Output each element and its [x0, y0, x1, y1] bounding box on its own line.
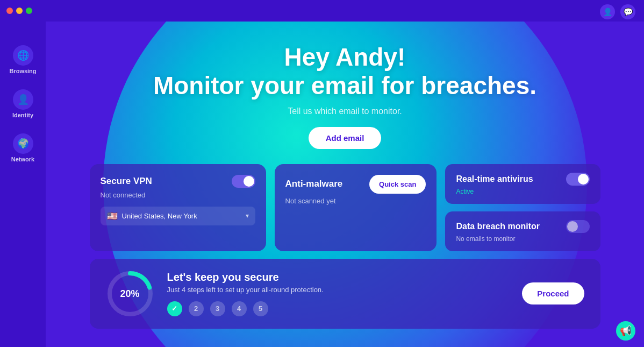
vpn-card-header: Secure VPN — [101, 175, 255, 188]
identity-icon: 👤 — [13, 89, 33, 110]
sidebar-label-browsing: Browsing — [9, 68, 36, 74]
antimalware-card-header: Anti-malware Quick scan — [285, 175, 426, 194]
breach-monitor-card: Data breach monitor No emails to monitor — [445, 211, 600, 251]
chevron-down-icon: ▾ — [246, 212, 249, 219]
antivirus-status: Active — [456, 188, 589, 195]
breach-monitor-card-header: Data breach monitor — [456, 220, 589, 233]
hero-title: Hey Andy! Monitor your email for breache… — [153, 43, 536, 100]
cards-row: Secure VPN Not connected 🇺🇸 United State… — [90, 164, 600, 251]
step-5: 5 — [253, 301, 268, 316]
vpn-toggle-knob — [244, 176, 254, 187]
browsing-icon: 🌐 — [13, 45, 33, 66]
close-button[interactable] — [6, 8, 13, 14]
antivirus-card-header: Real-time antivirus — [456, 173, 589, 186]
sidebar-label-identity: Identity — [12, 112, 33, 118]
antimalware-title: Anti-malware — [285, 179, 343, 189]
vpn-status: Not connected — [101, 191, 255, 199]
hero-subtitle: Tell us which email to monitor. — [288, 107, 402, 116]
security-card: 20% Let's keep you secure Just 4 steps l… — [90, 259, 600, 329]
add-email-button[interactable]: Add email — [309, 127, 382, 149]
breach-monitor-title: Data breach monitor — [456, 222, 540, 231]
antivirus-title: Real-time antivirus — [456, 174, 533, 184]
vpn-location-selector[interactable]: 🇺🇸 United States, New York ▾ — [101, 207, 255, 225]
vpn-title: Secure VPN — [101, 176, 152, 187]
quick-scan-button[interactable]: Quick scan — [369, 175, 426, 194]
security-info: Let's keep you secure Just 4 steps left … — [167, 271, 510, 316]
antivirus-card: Real-time antivirus Active — [445, 164, 600, 204]
antimalware-status: Not scanned yet — [285, 197, 426, 205]
step-1: ✓ — [167, 301, 182, 316]
support-icon[interactable]: 📢 — [616, 321, 635, 341]
progress-circle: 20% — [106, 270, 154, 318]
step-3: 3 — [210, 301, 225, 316]
breach-monitor-toggle[interactable] — [566, 220, 590, 233]
right-cards: Real-time antivirus Active Data breach m… — [445, 164, 600, 251]
sidebar: 🌐 Browsing 👤 Identity 🌍 Network — [0, 22, 46, 347]
security-description: Just 4 steps left to set up your all-rou… — [167, 286, 510, 294]
antivirus-toggle[interactable] — [566, 173, 590, 186]
title-bar — [0, 0, 644, 22]
vpn-card: Secure VPN Not connected 🇺🇸 United State… — [90, 164, 266, 251]
antimalware-card: Anti-malware Quick scan Not scanned yet — [275, 164, 437, 251]
network-icon: 🌍 — [13, 133, 33, 154]
maximize-button[interactable] — [26, 8, 32, 14]
step-4: 4 — [232, 301, 247, 316]
setup-steps: ✓ 2 3 4 5 — [167, 301, 510, 316]
proceed-button[interactable]: Proceed — [522, 282, 584, 304]
breach-monitor-status: No emails to monitor — [456, 235, 589, 243]
sidebar-label-network: Network — [11, 156, 34, 162]
flag-icon: 🇺🇸 — [107, 211, 118, 221]
minimize-button[interactable] — [16, 8, 23, 14]
top-right-icons: 👤 💬 — [600, 4, 635, 19]
step-2: 2 — [189, 301, 204, 316]
traffic-lights — [6, 8, 32, 14]
location-text: United States, New York — [122, 212, 241, 220]
sidebar-item-network[interactable]: 🌍 Network — [7, 126, 39, 170]
progress-percent: 20% — [120, 288, 139, 299]
chat-icon[interactable]: 💬 — [620, 4, 635, 19]
antivirus-toggle-knob — [578, 174, 589, 185]
user-icon[interactable]: 👤 — [600, 4, 615, 19]
security-title: Let's keep you secure — [167, 271, 510, 284]
vpn-toggle[interactable] — [232, 175, 255, 188]
sidebar-item-identity[interactable]: 👤 Identity — [8, 82, 38, 126]
main-content: Hey Andy! Monitor your email for breache… — [46, 22, 644, 347]
breach-monitor-toggle-knob — [567, 221, 578, 232]
sidebar-item-browsing[interactable]: 🌐 Browsing — [5, 38, 40, 82]
